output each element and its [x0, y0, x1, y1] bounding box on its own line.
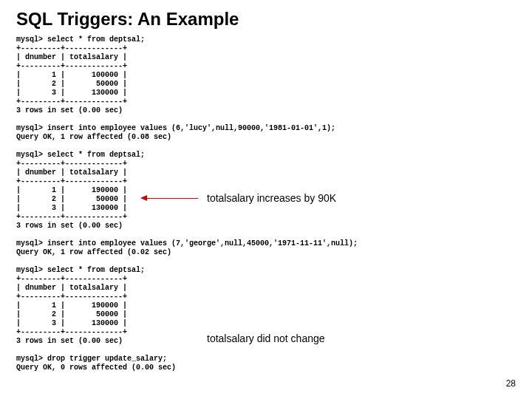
query-result: Query OK, 1 row affected (0.02 sec) [16, 248, 171, 256]
annotation-nochange: totalsalary did not change [207, 332, 325, 344]
table-border: +---------+-------------+ [16, 293, 127, 301]
arrow-shaft [146, 198, 198, 199]
table-row: | 2 | 50000 | [16, 195, 127, 203]
prompt: mysql> [16, 124, 43, 132]
table-border: +---------+-------------+ [16, 160, 127, 168]
table-border: +---------+-------------+ [16, 213, 127, 221]
prompt: mysql> [16, 151, 43, 159]
sql-select: select * from deptsal; [47, 266, 145, 274]
sql-drop: drop trigger update_salary; [47, 355, 167, 363]
table-header: | dnumber | totalsalary | [16, 284, 127, 292]
table-row: | 1 | 190000 | [16, 186, 127, 194]
sql-select: select * from deptsal; [47, 151, 145, 159]
prompt: mysql> [16, 266, 43, 274]
sql-insert: insert into employee values (7,'george',… [47, 239, 358, 248]
table-header: | dnumber | totalsalary | [16, 168, 127, 177]
rows-msg: 3 rows in set (0.00 sec) [16, 337, 123, 345]
table-border: +---------+-------------+ [16, 328, 127, 336]
table-row: | 3 | 130000 | [16, 319, 127, 327]
prompt: mysql> [16, 239, 43, 248]
rows-msg: 3 rows in set (0.00 sec) [16, 106, 123, 115]
slide-title: SQL Triggers: An Example [16, 9, 516, 30]
table-border: +---------+-------------+ [16, 275, 127, 283]
table-border: +---------+-------------+ [16, 44, 127, 52]
prompt: mysql> [16, 35, 43, 44]
table-row: | 3 | 130000 | [16, 89, 127, 97]
annotation-increase: totalsalary increases by 90K [207, 192, 336, 204]
rows-msg: 3 rows in set (0.00 sec) [16, 222, 123, 230]
table-border: +---------+-------------+ [16, 98, 127, 106]
query-result: Query OK, 1 row affected (0.08 sec) [16, 133, 171, 141]
table-header: | dnumber | totalsalary | [16, 53, 127, 61]
table-row: | 1 | 100000 | [16, 71, 127, 79]
console-output: mysql> select * from deptsal; +---------… [16, 35, 516, 372]
table-row: | 1 | 190000 | [16, 301, 127, 310]
table-border: +---------+-------------+ [16, 177, 127, 185]
sql-insert: insert into employee values (6,'lucy',nu… [47, 124, 335, 132]
table-row: | 2 | 50000 | [16, 80, 127, 88]
table-row: | 3 | 130000 | [16, 204, 127, 212]
sql-select: select * from deptsal; [47, 35, 145, 44]
slide: SQL Triggers: An Example mysql> select *… [0, 0, 532, 399]
page-number: 28 [506, 378, 516, 389]
prompt: mysql> [16, 355, 43, 363]
table-border: +---------+-------------+ [16, 62, 127, 70]
table-row: | 2 | 50000 | [16, 310, 127, 318]
query-result: Query OK, 0 rows affected (0.00 sec) [16, 364, 176, 372]
